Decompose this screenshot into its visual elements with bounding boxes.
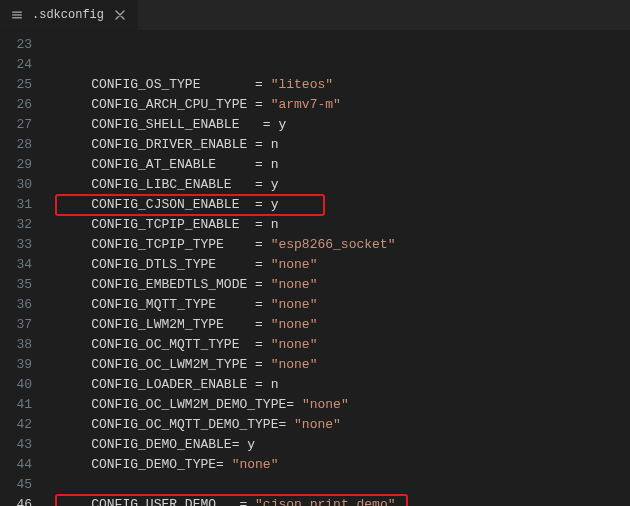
- svg-rect-2: [12, 17, 22, 18]
- file-icon: [10, 8, 24, 22]
- line-number: 46: [0, 495, 50, 506]
- tab-title: .sdkconfig: [32, 8, 104, 22]
- line-number-gutter: 2324252627282930313233343536373839404142…: [0, 31, 50, 506]
- line-number: 39: [0, 355, 50, 375]
- code-line[interactable]: CONFIG_DEMO_TYPE= "none": [50, 455, 630, 475]
- code-line[interactable]: CONFIG_MQTT_TYPE = "none": [50, 295, 630, 315]
- line-number: 30: [0, 175, 50, 195]
- code-line[interactable]: CONFIG_TCPIP_ENABLE = n: [50, 215, 630, 235]
- line-number: 27: [0, 115, 50, 135]
- line-number: 33: [0, 235, 50, 255]
- code-line[interactable]: [50, 475, 630, 495]
- line-number: 24: [0, 55, 50, 75]
- line-number: 31: [0, 195, 50, 215]
- code-line[interactable]: CONFIG_AT_ENABLE = n: [50, 155, 630, 175]
- code-line[interactable]: CONFIG_LIBC_ENABLE = y: [50, 175, 630, 195]
- line-number: 45: [0, 475, 50, 495]
- code-line[interactable]: CONFIG_SHELL_ENABLE = y: [50, 115, 630, 135]
- line-number: 23: [0, 35, 50, 55]
- line-number: 36: [0, 295, 50, 315]
- code-line[interactable]: [50, 35, 630, 55]
- code-line[interactable]: CONFIG_OC_MQTT_TYPE = "none": [50, 335, 630, 355]
- tab-bar: .sdkconfig: [0, 0, 630, 31]
- code-line[interactable]: CONFIG_OC_LWM2M_TYPE = "none": [50, 355, 630, 375]
- line-number: 37: [0, 315, 50, 335]
- code-line[interactable]: CONFIG_LWM2M_TYPE = "none": [50, 315, 630, 335]
- code-line[interactable]: CONFIG_LOADER_ENABLE = n: [50, 375, 630, 395]
- line-number: 34: [0, 255, 50, 275]
- line-number: 42: [0, 415, 50, 435]
- code-line[interactable]: CONFIG_TCPIP_TYPE = "esp8266_socket": [50, 235, 630, 255]
- line-number: 32: [0, 215, 50, 235]
- code-line[interactable]: CONFIG_EMBEDTLS_MODE = "none": [50, 275, 630, 295]
- tab-close-button[interactable]: [112, 7, 128, 23]
- code-line[interactable]: CONFIG_OS_TYPE = "liteos": [50, 75, 630, 95]
- code-content[interactable]: CONFIG_OS_TYPE = "liteos" CONFIG_ARCH_CP…: [50, 31, 630, 506]
- svg-rect-1: [12, 14, 22, 15]
- line-number: 35: [0, 275, 50, 295]
- line-number: 29: [0, 155, 50, 175]
- line-number: 44: [0, 455, 50, 475]
- code-line[interactable]: CONFIG_CJSON_ENABLE = y: [50, 195, 630, 215]
- code-line[interactable]: CONFIG_OC_LWM2M_DEMO_TYPE= "none": [50, 395, 630, 415]
- code-line[interactable]: CONFIG_ARCH_CPU_TYPE = "armv7-m": [50, 95, 630, 115]
- line-number: 25: [0, 75, 50, 95]
- line-number: 26: [0, 95, 50, 115]
- svg-rect-0: [12, 12, 22, 13]
- code-line[interactable]: CONFIG_DRIVER_ENABLE = n: [50, 135, 630, 155]
- line-number: 41: [0, 395, 50, 415]
- code-editor[interactable]: 2324252627282930313233343536373839404142…: [0, 31, 630, 506]
- line-number: 28: [0, 135, 50, 155]
- code-line[interactable]: CONFIG_DTLS_TYPE = "none": [50, 255, 630, 275]
- line-number: 40: [0, 375, 50, 395]
- code-line[interactable]: CONFIG_DEMO_ENABLE= y: [50, 435, 630, 455]
- line-number: 43: [0, 435, 50, 455]
- code-line[interactable]: CONFIG_OC_MQTT_DEMO_TYPE= "none": [50, 415, 630, 435]
- code-line[interactable]: [50, 55, 630, 75]
- tab-sdkconfig[interactable]: .sdkconfig: [0, 0, 139, 30]
- code-line[interactable]: CONFIG_USER_DEMO = "cjson_print_demo": [50, 495, 630, 506]
- line-number: 38: [0, 335, 50, 355]
